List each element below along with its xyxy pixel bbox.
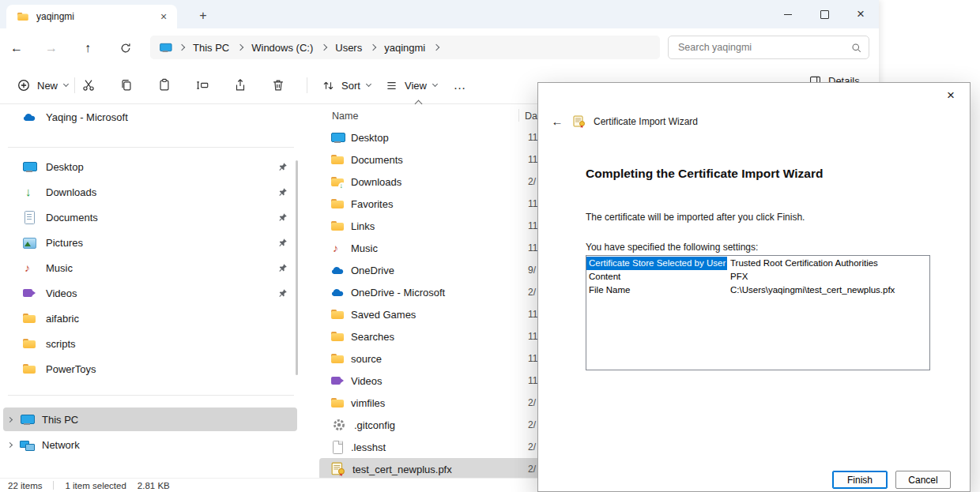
desktop-icon — [330, 130, 345, 145]
sidebar-item-videos[interactable]: Videos — [3, 281, 297, 305]
search-input[interactable] — [678, 42, 850, 53]
wizard-settings-list[interactable]: Certificate Store Selected by User Trust… — [586, 255, 930, 370]
wizard-title: Certificate Import Wizard — [594, 116, 698, 127]
breadcrumb: This PC Windows (C:) Users yaqingmi — [150, 36, 660, 59]
sort-button[interactable]: Sort — [315, 73, 378, 98]
file-name: test_cert_newplus.pfx — [352, 464, 452, 475]
clipboard-icon — [157, 78, 172, 92]
file-date: 11 — [528, 331, 537, 342]
onedrive-cloud-icon — [330, 263, 345, 277]
sidebar-scrollbar[interactable] — [296, 160, 298, 375]
view-button-label: View — [405, 80, 427, 92]
sidebar-item-desktop[interactable]: Desktop — [3, 155, 297, 178]
wizard-back-icon[interactable] — [549, 114, 565, 130]
chevron-right-icon — [237, 44, 243, 51]
search-box — [668, 36, 869, 59]
view-button[interactable]: View — [378, 73, 444, 98]
column-header-date[interactable]: Da — [525, 111, 537, 122]
sidebar-item-downloads[interactable]: Downloads — [3, 180, 297, 204]
explorer-tab[interactable]: yaqingmi — [6, 5, 177, 28]
settings-row[interactable]: Certificate Store Selected by User Trust… — [586, 257, 929, 270]
status-divider — [53, 481, 54, 490]
up-button[interactable] — [77, 38, 98, 58]
pin-icon — [278, 263, 288, 272]
chevron-right-icon[interactable] — [7, 416, 13, 422]
copy-icon — [119, 78, 134, 92]
column-header-name[interactable]: Name — [332, 111, 358, 122]
sidebar-item-onedrive[interactable]: Yaqing - Microsoft — [3, 105, 297, 129]
copy-button[interactable] — [114, 73, 139, 98]
file-date: 11 — [528, 309, 537, 320]
setting-key[interactable]: File Name — [586, 284, 727, 297]
sidebar-item-label: This PC — [42, 414, 78, 426]
sidebar-item-powertoys[interactable]: PowerToys — [3, 357, 297, 381]
share-button[interactable] — [228, 73, 253, 98]
refresh-button[interactable] — [115, 38, 136, 58]
finish-button[interactable]: Finish — [832, 471, 888, 489]
videos-icon — [330, 374, 345, 388]
minimize-button[interactable] — [770, 0, 806, 28]
sidebar-item-label: Documents — [46, 212, 98, 223]
sidebar-item-pictures[interactable]: Pictures — [3, 231, 297, 254]
more-options-button[interactable]: … — [447, 73, 473, 98]
onedrive-cloud-icon — [22, 110, 36, 124]
folder-icon — [17, 10, 28, 22]
pin-icon — [278, 238, 288, 247]
forward-button[interactable] — [41, 38, 62, 58]
sidebar-item-label: aifabric — [46, 313, 79, 325]
settings-row[interactable]: Content PFX — [586, 270, 929, 284]
file-name: Desktop — [351, 132, 389, 144]
share-icon — [233, 78, 247, 92]
sidebar-divider — [8, 395, 294, 396]
sidebar-item-label: Videos — [46, 287, 77, 299]
back-button[interactable] — [6, 38, 27, 58]
tab-close-icon[interactable] — [156, 9, 171, 24]
file-name: source — [351, 353, 382, 365]
maximize-button[interactable] — [806, 0, 842, 28]
videos-icon — [22, 286, 36, 300]
setting-key[interactable]: Content — [586, 270, 727, 284]
sidebar-item-scripts[interactable]: scripts — [3, 332, 297, 355]
file-name: OneDrive — [351, 265, 394, 276]
setting-value: C:\Users\yaqingmi\test_cert_newplus.pfx — [727, 284, 895, 297]
breadcrumb-windows-c[interactable]: Windows (C:) — [250, 40, 315, 55]
paste-button[interactable] — [152, 73, 177, 98]
wizard-header: Certificate Import Wizard — [538, 110, 698, 133]
dialog-close-button[interactable] — [933, 85, 968, 107]
file-date: 11 — [528, 353, 537, 364]
folder-icon — [330, 329, 345, 344]
sidebar-item-documents[interactable]: Documents — [3, 205, 297, 229]
selection-count: 1 item selected — [65, 481, 126, 490]
sidebar-item-music[interactable]: Music — [3, 256, 297, 280]
chevron-right-icon[interactable] — [7, 441, 13, 447]
rename-button[interactable] — [190, 73, 215, 98]
breadcrumb-this-pc[interactable]: This PC — [191, 40, 231, 55]
column-divider[interactable] — [518, 109, 519, 122]
file-date: 11 — [528, 132, 537, 143]
sidebar-item-aifabric[interactable]: aifabric — [3, 306, 297, 330]
file-date: 2/ — [528, 176, 536, 187]
chevron-right-icon — [179, 44, 185, 51]
toolbar-divider — [307, 77, 307, 93]
cancel-button[interactable]: Cancel — [895, 471, 951, 489]
new-button-label: New — [37, 80, 58, 92]
sidebar-item-network[interactable]: Network — [3, 433, 297, 456]
setting-key-selected[interactable]: Certificate Store Selected by User — [586, 257, 727, 270]
sidebar-item-label: Music — [46, 262, 73, 274]
breadcrumb-users[interactable]: Users — [334, 40, 364, 55]
file-date: 2/ — [528, 464, 536, 475]
new-tab-button[interactable] — [194, 7, 212, 24]
new-button[interactable]: New — [9, 73, 75, 98]
wizard-settings-label: You have specified the following setting… — [586, 242, 758, 253]
view-icon — [385, 79, 398, 92]
setting-value: Trusted Root Certification Authorities — [727, 257, 878, 270]
cut-button[interactable] — [76, 73, 101, 98]
folder-icon — [22, 336, 36, 351]
settings-row[interactable]: File Name C:\Users\yaqingmi\test_cert_ne… — [586, 284, 929, 297]
close-window-button[interactable] — [842, 0, 879, 28]
breadcrumb-yaqingmi[interactable]: yaqingmi — [383, 40, 427, 55]
delete-button[interactable] — [266, 73, 291, 98]
sidebar-item-this-pc[interactable]: This PC — [3, 407, 297, 431]
download-folder-icon — [330, 175, 345, 189]
file-date: 2/ — [528, 287, 536, 298]
